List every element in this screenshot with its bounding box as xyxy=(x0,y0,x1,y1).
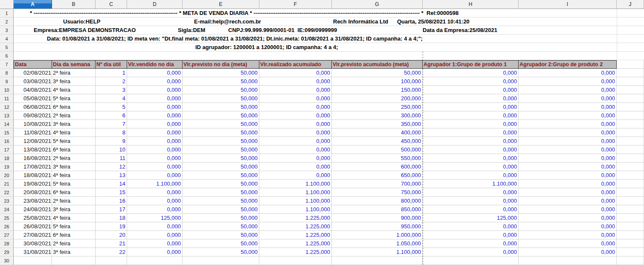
row-header-29[interactable]: 29 xyxy=(0,248,14,256)
cell-J29[interactable] xyxy=(617,248,644,256)
cell-A24[interactable]: 24/08/2021 xyxy=(14,205,52,214)
cell-J22[interactable] xyxy=(617,188,644,197)
cell-A29[interactable]: 31/08/2021 xyxy=(14,248,52,256)
cell-C20[interactable]: 13 xyxy=(96,171,127,180)
table-header-F[interactable]: Vlr.realizado acumulado xyxy=(259,60,332,69)
row-header-11[interactable]: 11 xyxy=(0,94,14,103)
cell-J27[interactable] xyxy=(617,231,644,239)
cell-C12[interactable]: 5 xyxy=(96,103,127,111)
cell-I29[interactable]: 0,000 xyxy=(519,248,617,256)
cell-D30[interactable] xyxy=(127,256,183,265)
cell-H22[interactable]: 0,000 xyxy=(423,188,519,197)
row-header-27[interactable]: 27 xyxy=(0,231,14,239)
cell-A15[interactable]: 11/08/2021 xyxy=(14,128,52,137)
cell-E16[interactable]: 50,000 xyxy=(183,137,259,146)
cell-H19[interactable]: 0,000 xyxy=(423,163,519,171)
cell-I28[interactable]: 0,000 xyxy=(519,239,617,248)
cell-E15[interactable]: 50,000 xyxy=(183,128,259,137)
cell-J30[interactable] xyxy=(617,256,644,265)
cell-J10[interactable] xyxy=(617,86,644,94)
cell-G19[interactable]: 600,000 xyxy=(332,163,423,171)
cell-A30[interactable] xyxy=(14,256,52,265)
cell-E25[interactable]: 50,000 xyxy=(183,214,259,222)
cell-G18[interactable]: 550,000 xyxy=(332,154,423,163)
cell-C9[interactable]: 2 xyxy=(96,77,127,86)
row-header-7[interactable]: 7 xyxy=(0,60,14,69)
cell-C26[interactable]: 19 xyxy=(96,222,127,231)
cell-B16[interactable]: 5ª feira xyxy=(52,137,96,146)
cell-E27[interactable]: 50,000 xyxy=(183,231,259,239)
cell-B10[interactable]: 4ª feira xyxy=(52,86,96,94)
cell-D18[interactable]: 0,000 xyxy=(127,154,183,163)
cell-D27[interactable]: 0,000 xyxy=(127,231,183,239)
cell-I24[interactable]: 0,000 xyxy=(519,205,617,214)
cell-H24[interactable]: 0,000 xyxy=(423,205,519,214)
cell-H30[interactable] xyxy=(423,256,519,265)
cell-I25[interactable]: 0,000 xyxy=(519,214,617,222)
row-header-21[interactable]: 21 xyxy=(0,180,14,188)
cell-B12[interactable]: 6ª feira xyxy=(52,103,96,111)
cell-D25[interactable]: 125,000 xyxy=(127,214,183,222)
cell-H29[interactable]: 0,000 xyxy=(423,248,519,256)
cell-H11[interactable]: 0,000 xyxy=(423,94,519,103)
cell-I27[interactable]: 0,000 xyxy=(519,231,617,239)
cell-A21[interactable]: 19/08/2021 xyxy=(14,180,52,188)
cell-A18[interactable]: 16/08/2021 xyxy=(14,154,52,163)
row-header-17[interactable]: 17 xyxy=(0,146,14,154)
cell-A17[interactable]: 13/08/2021 xyxy=(14,146,52,154)
cell-B19[interactable]: 3ª feira xyxy=(52,163,96,171)
row-header-25[interactable]: 25 xyxy=(0,214,14,222)
cell-F19[interactable]: 0,000 xyxy=(259,163,332,171)
cell-F14[interactable]: 0,000 xyxy=(259,120,332,128)
row-header-20[interactable]: 20 xyxy=(0,171,14,180)
cell-C30[interactable] xyxy=(96,256,127,265)
cell-E18[interactable]: 50,000 xyxy=(183,154,259,163)
cell-B15[interactable]: 4ª feira xyxy=(52,128,96,137)
table-header-G[interactable]: Vlr.previsto acumulado (meta) xyxy=(332,60,423,69)
cell-G10[interactable]: 150,000 xyxy=(332,86,423,94)
cell-H21[interactable]: 1.100,000 xyxy=(423,180,519,188)
row-header-30[interactable]: 30 xyxy=(0,256,14,265)
cell-A22[interactable]: 20/08/2021 xyxy=(14,188,52,197)
row-header-18[interactable]: 18 xyxy=(0,154,14,163)
cell-F29[interactable]: 1.225,000 xyxy=(259,248,332,256)
cell-C13[interactable]: 6 xyxy=(96,111,127,120)
cell-B13[interactable]: 2ª feira xyxy=(52,111,96,120)
cell-F22[interactable]: 1.100,000 xyxy=(259,188,332,197)
cell-I13[interactable]: 0,000 xyxy=(519,111,617,120)
cell-J13[interactable] xyxy=(617,111,644,120)
cell-D11[interactable]: 0,000 xyxy=(127,94,183,103)
cell-A10[interactable]: 04/08/2021 xyxy=(14,86,52,94)
column-header-B[interactable]: B xyxy=(52,0,96,9)
row-header-13[interactable]: 13 xyxy=(0,111,14,120)
cell-B27[interactable]: 6ª feira xyxy=(52,231,96,239)
row-header-5[interactable]: 5 xyxy=(0,43,14,52)
column-header-I[interactable]: I xyxy=(519,0,617,9)
cell-C16[interactable]: 9 xyxy=(96,137,127,146)
row-header-15[interactable]: 15 xyxy=(0,128,14,137)
cell-E24[interactable]: 50,000 xyxy=(183,205,259,214)
cell-I21[interactable]: 0,000 xyxy=(519,180,617,188)
cell-E22[interactable]: 50,000 xyxy=(183,188,259,197)
cell-H13[interactable]: 0,000 xyxy=(423,111,519,120)
cell-C15[interactable]: 8 xyxy=(96,128,127,137)
row-header-16[interactable]: 16 xyxy=(0,137,14,146)
cell-C19[interactable]: 12 xyxy=(96,163,127,171)
row-header-6[interactable]: 6 xyxy=(0,52,14,60)
cell-D9[interactable]: 0,000 xyxy=(127,77,183,86)
cell-F17[interactable]: 0,000 xyxy=(259,146,332,154)
cell-J24[interactable] xyxy=(617,205,644,214)
cell-I19[interactable]: 0,000 xyxy=(519,163,617,171)
report-header-row-6[interactable] xyxy=(14,52,644,60)
cell-J18[interactable] xyxy=(617,154,644,163)
cell-G21[interactable]: 700,000 xyxy=(332,180,423,188)
cell-D17[interactable]: 0,000 xyxy=(127,146,183,154)
cell-H12[interactable]: 0,000 xyxy=(423,103,519,111)
cell-C28[interactable]: 21 xyxy=(96,239,127,248)
cell-J7[interactable] xyxy=(617,60,644,69)
cell-E30[interactable] xyxy=(183,256,259,265)
cell-G12[interactable]: 250,000 xyxy=(332,103,423,111)
cell-B30[interactable] xyxy=(52,256,96,265)
cell-F8[interactable]: 0,000 xyxy=(259,69,332,77)
row-header-19[interactable]: 19 xyxy=(0,163,14,171)
